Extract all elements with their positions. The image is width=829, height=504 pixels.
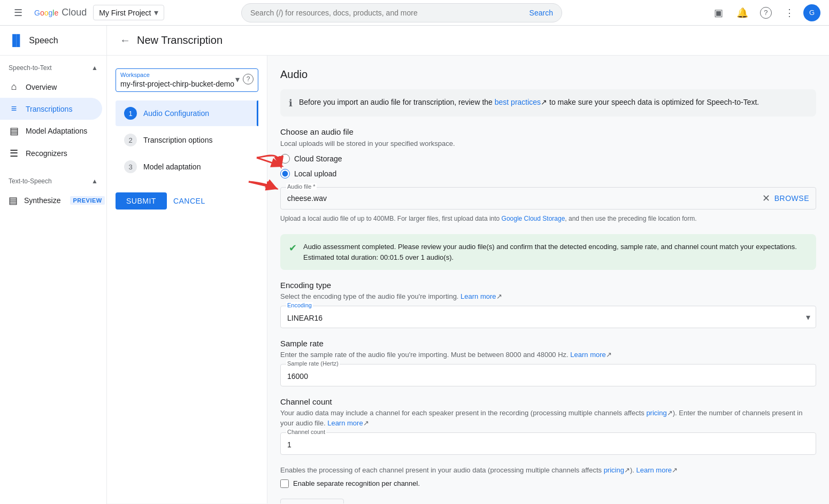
channel-count-label: Channel count xyxy=(286,429,326,435)
workspace-icons: ▾ ? xyxy=(235,74,254,84)
sidebar-item-model-adaptations[interactable]: ▤ Model Adaptations xyxy=(0,120,102,142)
cloud-storage-radio-input[interactable] xyxy=(280,154,290,164)
model-adaptations-icon: ▤ xyxy=(9,125,19,137)
step-2-transcription-options[interactable]: 2 Transcription options xyxy=(116,127,258,153)
info-box: ℹ Before you import an audio file for tr… xyxy=(280,89,816,117)
channel-count-input-wrapper: Channel count xyxy=(280,432,816,455)
speech-to-text-section: Speech-to-Text ▲ ⌂ Overview ≡ Transcript… xyxy=(0,60,106,165)
sample-rate-input[interactable] xyxy=(281,365,816,386)
back-icon: ← xyxy=(120,34,131,46)
workspace-container: Workspace my-first-project-chirp-bucket-… xyxy=(116,68,258,92)
submit-button[interactable]: SUBMIT xyxy=(116,192,167,210)
continue-button[interactable]: CONTINUE xyxy=(280,499,344,503)
home-icon: ⌂ xyxy=(9,81,19,92)
step-1-audio-config[interactable]: 1 Audio Configuration xyxy=(116,100,258,126)
text-to-speech-header[interactable]: Text-to-Speech ▲ xyxy=(0,173,106,189)
action-buttons: SUBMIT CANCEL xyxy=(116,192,258,210)
audio-section-title: Audio xyxy=(280,68,816,81)
text-to-speech-section: Text-to-Speech ▲ ▤ Synthesize PREVIEW xyxy=(0,173,106,212)
bell-icon: 🔔 xyxy=(736,7,748,19)
encoding-type-title: Encoding type xyxy=(280,281,816,290)
channel-learn-more-link[interactable]: Learn more xyxy=(327,419,363,427)
local-upload-label: Local upload xyxy=(294,169,336,178)
choose-audio-desc: Local uploads will be stored in your spe… xyxy=(280,139,816,148)
menu-icon[interactable]: ☰ xyxy=(9,3,28,22)
recognizers-icon: ☰ xyxy=(9,148,19,159)
terminal-icon: ▣ xyxy=(714,7,723,19)
audio-file-value: cheese.wav xyxy=(287,190,758,207)
external-link-icon: ↗ xyxy=(496,292,502,300)
step-3-model-adaptation[interactable]: 3 Model adaptation xyxy=(116,154,258,180)
upload-note: Upload a local audio file of up to 400MB… xyxy=(280,214,816,223)
cancel-button[interactable]: CANCEL xyxy=(173,197,205,205)
cloud-storage-radio[interactable]: Cloud Storage xyxy=(280,154,816,164)
pricing-ext-icon: ↗ xyxy=(667,409,673,417)
search-bar: Search xyxy=(241,3,562,22)
speech-to-text-header[interactable]: Speech-to-Text ▲ xyxy=(0,60,106,76)
encoding-label: Encoding xyxy=(286,302,313,308)
main-content: ← New Transcription Workspace my-first-p… xyxy=(107,26,829,504)
best-practices-link[interactable]: best practices xyxy=(495,98,541,106)
sidebar-item-label: Synthesize xyxy=(24,196,60,205)
separate-learn-more-link[interactable]: Learn more xyxy=(636,466,672,474)
separate-pricing-link[interactable]: pricing xyxy=(604,466,624,474)
sample-rate-title: Sample rate xyxy=(280,339,816,348)
workspace-label: Workspace xyxy=(120,72,150,78)
choose-audio-section: Choose an audio file Local uploads will … xyxy=(280,127,816,223)
speech-icon: ▐▌ xyxy=(9,34,24,46)
browse-button[interactable]: BROWSE xyxy=(774,194,809,203)
nav-icons: ▣ 🔔 ? ⋮ G xyxy=(709,3,820,22)
separate-recognition-checkbox[interactable] xyxy=(280,479,289,488)
clear-file-button[interactable]: ✕ xyxy=(762,192,770,204)
local-upload-radio[interactable]: Local upload xyxy=(280,169,816,179)
help-icon-button[interactable]: ? xyxy=(756,3,776,22)
channel-count-input[interactable] xyxy=(281,433,816,454)
notifications-icon-button[interactable]: 🔔 xyxy=(733,3,752,22)
audio-source-radio-group: Cloud Storage Local upload xyxy=(280,154,816,179)
separate-recognition-section: Enables the processing of each channel p… xyxy=(280,466,816,488)
more-options-icon-button[interactable]: ⋮ xyxy=(780,3,799,22)
project-selector[interactable]: My First Project ▾ xyxy=(93,5,164,20)
step-1-label: Audio Configuration xyxy=(143,109,209,118)
help-icon: ? xyxy=(760,7,772,19)
step-2-label: Transcription options xyxy=(143,136,212,144)
more-icon: ⋮ xyxy=(785,7,794,19)
transcriptions-icon: ≡ xyxy=(9,103,19,114)
chevron-up-icon: ▲ xyxy=(91,177,98,185)
sidebar-header: ▐▌ Speech xyxy=(0,26,106,56)
sidebar-item-transcriptions[interactable]: ≡ Transcriptions xyxy=(0,98,102,120)
search-input[interactable] xyxy=(250,9,529,17)
search-button[interactable]: Search xyxy=(529,9,553,17)
page-title: New Transcription xyxy=(137,34,222,46)
channel-count-title: Channel count xyxy=(280,397,816,406)
sidebar-item-label: Recognizers xyxy=(26,149,67,158)
local-upload-radio-input[interactable] xyxy=(280,169,290,179)
sidebar-item-label: Transcriptions xyxy=(26,105,72,113)
cloud-storage-label: Cloud Storage xyxy=(294,154,342,163)
avatar[interactable]: G xyxy=(803,4,820,21)
info-icon: ℹ xyxy=(289,97,293,109)
channel-pricing-link[interactable]: pricing xyxy=(646,409,666,417)
sample-rate-label: Sample rate (Hertz) xyxy=(286,360,340,367)
encoding-learn-more-link[interactable]: Learn more xyxy=(460,292,496,300)
encoding-select[interactable]: LINEAR16 FLAC MULAW AMR AMR_WB OGG_OPUS xyxy=(281,306,816,328)
gcs-link[interactable]: Google Cloud Storage xyxy=(502,215,565,222)
success-box: ✔ Audio assessment completed. Please rev… xyxy=(280,234,816,270)
success-icon: ✔ xyxy=(289,242,297,254)
google-cloud-logo[interactable]: Google Cloud xyxy=(34,7,87,18)
separate-recognition-checkbox-item: Enable separate recognition per channel. xyxy=(280,479,816,488)
top-nav: ☰ Google Cloud My First Project ▾ Search… xyxy=(0,0,829,26)
sidebar-item-label: Overview xyxy=(26,83,57,91)
workspace-selector[interactable]: Workspace my-first-project-chirp-bucket-… xyxy=(116,68,258,92)
preview-badge: PREVIEW xyxy=(70,196,104,205)
sidebar: ▐▌ Speech Speech-to-Text ▲ ⌂ Overview ≡ … xyxy=(0,26,107,504)
terminal-icon-button[interactable]: ▣ xyxy=(709,3,728,22)
sample-rate-input-wrapper: Sample rate (Hertz) xyxy=(280,364,816,386)
audio-file-label: Audio file * xyxy=(286,183,317,190)
sidebar-item-synthesize[interactable]: ▤ Synthesize PREVIEW xyxy=(0,189,102,212)
back-button[interactable]: ← xyxy=(120,34,131,46)
sidebar-item-recognizers[interactable]: ☰ Recognizers xyxy=(0,142,102,165)
sample-rate-learn-more-link[interactable]: Learn more xyxy=(570,351,605,359)
sidebar-item-overview[interactable]: ⌂ Overview xyxy=(0,76,102,98)
project-name: My First Project xyxy=(99,9,151,17)
